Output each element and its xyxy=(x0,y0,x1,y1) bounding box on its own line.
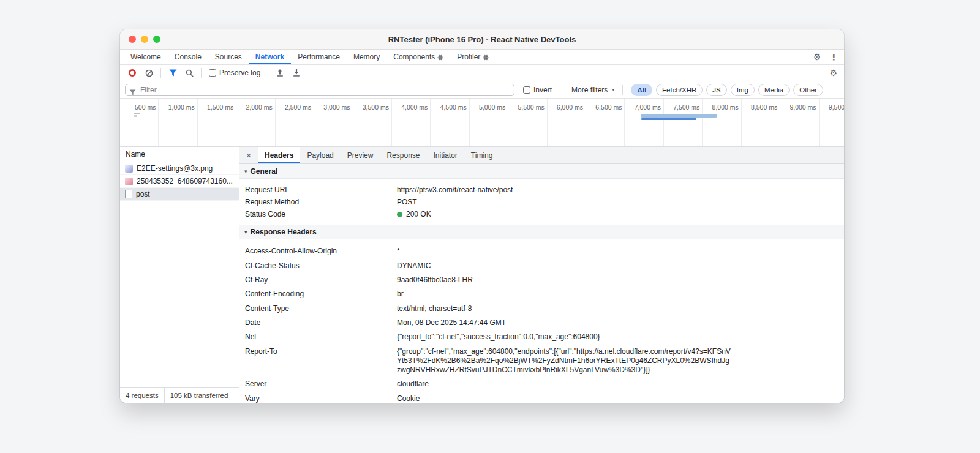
timeline-column: 6,500 ms xyxy=(586,99,625,146)
tab-performance[interactable]: Performance xyxy=(291,50,347,64)
timeline-column: 500 ms xyxy=(120,99,159,146)
request-row-258435352-648609743160[interactable]: 258435352_648609743160... xyxy=(120,175,239,188)
invert-label: Invert xyxy=(533,86,552,94)
more-filters-dropdown[interactable]: More filters ▾ xyxy=(571,86,614,94)
preserve-log-toggle[interactable]: Preserve log xyxy=(209,69,260,77)
import-har-button[interactable] xyxy=(273,66,287,80)
header-name: Access-Control-Allow-Origin xyxy=(245,247,397,256)
details-tab-headers[interactable]: Headers xyxy=(258,147,300,163)
header-name: Nel xyxy=(245,332,397,342)
window-title: RNTester (iPhone 16 Pro) - React Native … xyxy=(120,35,844,44)
gear-icon: ⚙ xyxy=(829,69,837,77)
request-row-post[interactable]: post xyxy=(120,188,239,201)
header-name: Status Code xyxy=(245,210,397,219)
request-name: E2EE-settings@3x.png xyxy=(137,164,213,173)
toolbar-divider xyxy=(268,68,268,78)
timeline-column: 2,500 ms xyxy=(276,99,314,146)
filter-divider xyxy=(563,85,564,95)
clear-network-log-button[interactable] xyxy=(141,66,156,80)
timeline-column: 6,000 ms xyxy=(548,99,586,146)
timeline-tick-label: 4,000 ms xyxy=(401,103,430,111)
invert-checkbox[interactable] xyxy=(523,86,530,94)
tab-profiler[interactable]: Profiler xyxy=(450,50,496,64)
tab-console[interactable]: Console xyxy=(168,50,208,64)
more-options-icon[interactable]: ⋮ xyxy=(830,53,838,61)
tab-label: Memory xyxy=(353,53,380,61)
network-toolbar: Preserve log ⚙ xyxy=(120,65,844,81)
record-network-log-button[interactable] xyxy=(125,66,140,80)
filter-toggle-button[interactable] xyxy=(165,66,180,80)
react-atom-icon xyxy=(437,54,443,61)
export-har-button[interactable] xyxy=(289,66,304,80)
header-value: {"report_to":"cf-nel","success_fraction"… xyxy=(397,332,844,342)
header-list: Request URLhttps://ptsv3.com/t/react-nat… xyxy=(239,179,844,225)
settings-gear-icon[interactable]: ⚙ xyxy=(813,53,821,61)
filter-pill-img[interactable]: Img xyxy=(731,84,755,96)
toolbar-divider xyxy=(201,68,202,78)
network-filter-bar: Invert More filters ▾ AllFetch/XHRJSImgM… xyxy=(120,81,844,99)
toolbar-divider xyxy=(160,68,161,78)
timeline-column: 5,000 ms xyxy=(470,99,508,146)
header-row-request-method: Request MethodPOST xyxy=(239,196,844,208)
details-tab-bar: × HeadersPayloadPreviewResponseInitiator… xyxy=(239,147,844,164)
filter-divider xyxy=(622,85,623,95)
disclosure-triangle-icon: ▾ xyxy=(244,229,247,235)
timeline-tick-label: 6,000 ms xyxy=(557,103,586,111)
filter-pill-js[interactable]: JS xyxy=(706,84,726,96)
header-row-cf-ray: Cf-Ray9aad0f46ffbc0ae8-LHR xyxy=(239,273,844,287)
request-row-e2ee-settings-3x-png[interactable]: E2EE-settings@3x.png xyxy=(120,162,239,175)
header-name: Cf-Cache-Status xyxy=(245,261,397,271)
header-name: Request URL xyxy=(245,185,397,195)
header-row-request-url: Request URLhttps://ptsv3.com/t/react-nat… xyxy=(239,184,844,196)
header-value: text/html; charset=utf-8 xyxy=(397,304,844,313)
filter-pill-media[interactable]: Media xyxy=(758,84,790,96)
filter-pill-fetch-xhr[interactable]: Fetch/XHR xyxy=(656,84,703,96)
timeline-column: 9,500 ms xyxy=(820,99,844,146)
filter-pill-all[interactable]: All xyxy=(631,84,652,96)
close-window-button[interactable] xyxy=(129,36,136,43)
timeline-column: 7,000 ms xyxy=(625,99,663,146)
details-tab-response[interactable]: Response xyxy=(380,147,426,163)
section-header-general[interactable]: ▾General xyxy=(239,164,844,179)
requests-empty-area xyxy=(120,201,239,387)
transferred-size: 105 kB transferred xyxy=(165,392,234,399)
header-value: br xyxy=(397,290,844,299)
timeline-tick-label: 2,500 ms xyxy=(285,103,314,111)
tab-components[interactable]: Components xyxy=(386,50,450,64)
preserve-log-checkbox[interactable] xyxy=(209,69,216,77)
minimize-window-button[interactable] xyxy=(141,36,148,43)
network-settings-button[interactable]: ⚙ xyxy=(829,65,837,81)
section-header-response-headers[interactable]: ▾Response Headers xyxy=(239,225,844,239)
react-atom-icon xyxy=(483,54,489,61)
zoom-window-button[interactable] xyxy=(153,36,160,43)
timeline-tick-label: 1,000 ms xyxy=(168,103,197,111)
details-tab-timing[interactable]: Timing xyxy=(464,147,500,163)
timeline-tick-label: 8,000 ms xyxy=(712,103,741,111)
header-row-date: DateMon, 08 Dec 2025 14:47:44 GMT xyxy=(239,316,844,330)
upload-icon xyxy=(276,69,284,77)
image-pink-icon xyxy=(125,178,133,185)
details-tab-payload[interactable]: Payload xyxy=(300,147,340,163)
section-title: General xyxy=(251,167,278,176)
tab-sources[interactable]: Sources xyxy=(208,50,249,64)
filter-pill-other[interactable]: Other xyxy=(793,84,823,96)
header-name: Date xyxy=(245,318,397,328)
search-button[interactable] xyxy=(182,66,197,80)
details-tab-initiator[interactable]: Initiator xyxy=(426,147,464,163)
invert-filter-toggle[interactable]: Invert xyxy=(523,86,552,94)
close-details-button[interactable]: × xyxy=(239,147,258,163)
funnel-icon xyxy=(169,69,177,77)
chevron-down-icon: ▾ xyxy=(612,87,614,92)
network-overview-timeline[interactable]: 500 ms1,000 ms1,500 ms2,000 ms2,500 ms3,… xyxy=(120,99,844,147)
tab-memory[interactable]: Memory xyxy=(347,50,386,64)
details-tab-preview[interactable]: Preview xyxy=(341,147,380,163)
timeline-tick-label: 1,500 ms xyxy=(207,103,236,111)
header-value: Cookie xyxy=(397,394,844,403)
more-filters-label: More filters xyxy=(571,86,608,94)
network-content: Name E2EE-settings@3x.png258435352_64860… xyxy=(120,147,844,403)
filter-input[interactable] xyxy=(125,84,514,96)
tab-network[interactable]: Network xyxy=(249,50,291,64)
tab-welcome[interactable]: Welcome xyxy=(124,50,168,64)
download-icon xyxy=(292,69,301,77)
requests-name-column-header[interactable]: Name xyxy=(120,147,239,162)
